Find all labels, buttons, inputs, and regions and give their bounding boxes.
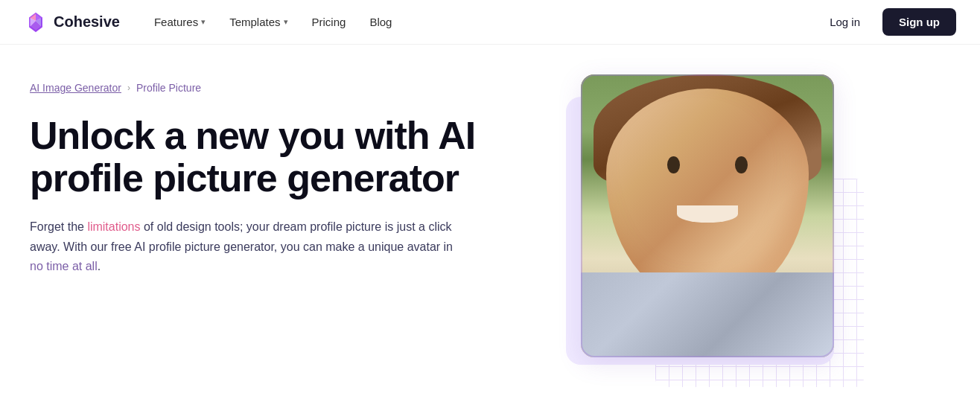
nav-templates-label: Templates: [229, 16, 280, 28]
desc-text-1: Forget the: [30, 220, 87, 233]
chevron-down-icon: ▾: [201, 17, 206, 27]
desc-text-3: .: [98, 260, 101, 272]
signup-button[interactable]: Sign up: [882, 8, 956, 36]
nav-links: Features ▾ Templates ▾ Pricing Blog: [144, 10, 816, 34]
nav-pricing-label: Pricing: [312, 16, 346, 28]
hero-description: Forget the limitations of old design too…: [30, 217, 462, 276]
profile-photo-placeholder: [581, 74, 834, 357]
hero-heading: Unlock a new you with AI profile picture…: [30, 115, 506, 200]
nav-auth: Log in Sign up: [816, 8, 956, 36]
logo-text: Cohesive: [54, 13, 120, 31]
eyes: [657, 156, 758, 173]
breadcrumb-current: Profile Picture: [136, 82, 201, 94]
nav-item-templates[interactable]: Templates ▾: [219, 10, 298, 34]
hero-left: AI Image Generator › Profile Picture Unl…: [30, 74, 506, 277]
navbar: Cohesive Features ▾ Templates ▾ Pricing …: [0, 0, 980, 45]
profile-photo: [581, 74, 834, 357]
right-eye: [735, 156, 748, 173]
smile: [677, 205, 738, 223]
logo-icon: [24, 10, 48, 34]
desc-highlight-notime: no time at all: [30, 260, 98, 272]
nav-item-features[interactable]: Features ▾: [144, 10, 216, 34]
breadcrumb-separator: ›: [127, 83, 130, 93]
nav-blog-label: Blog: [369, 16, 392, 28]
nav-item-pricing[interactable]: Pricing: [302, 10, 357, 34]
face-simulation: [581, 74, 834, 357]
login-button[interactable]: Log in: [816, 10, 874, 34]
breadcrumb: AI Image Generator › Profile Picture: [30, 82, 506, 94]
nav-item-blog[interactable]: Blog: [359, 10, 402, 34]
left-eye: [667, 156, 680, 173]
clothing: [581, 272, 834, 357]
chevron-down-icon: ▾: [284, 17, 288, 27]
desc-highlight-limitations: limitations: [87, 220, 140, 233]
profile-image-container: [566, 74, 849, 372]
logo-link[interactable]: Cohesive: [24, 10, 120, 34]
hero-image-section: [551, 74, 864, 372]
main-content: AI Image Generator › Profile Picture Unl…: [0, 45, 980, 399]
nav-features-label: Features: [154, 16, 198, 28]
breadcrumb-parent[interactable]: AI Image Generator: [30, 82, 121, 94]
face: [606, 89, 809, 301]
